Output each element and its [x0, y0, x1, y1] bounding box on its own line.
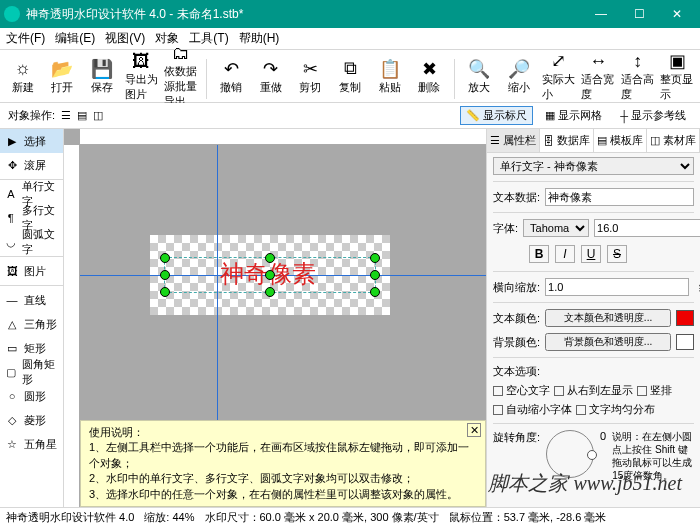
hint-box: ✕ 使用说明： 1、左侧工具栏中选择一个功能后，在画布区域按住鼠标左键拖动，即可…	[80, 420, 486, 507]
hscale-label: 横向缩放:	[493, 280, 540, 295]
menu-edit[interactable]: 编辑(E)	[55, 30, 95, 47]
toolbar-撤销[interactable]: ↶撤销	[215, 53, 249, 99]
menu-help[interactable]: 帮助(H)	[239, 30, 280, 47]
object-kind-select[interactable]: 单行文字 - 神奇像素	[493, 157, 694, 175]
tool-round-rect[interactable]: ▢圆角矩形	[0, 360, 63, 384]
layer-icon[interactable]: ▤	[77, 109, 87, 122]
right-panel: ☰属性栏 🗄数据库 ▤模板库 ◫素材库 单行文字 - 神奇像素 文本数据: 字体…	[486, 129, 700, 507]
object-ops-label: 对象操作:	[8, 108, 55, 123]
tool-image[interactable]: 🖼图片	[0, 259, 63, 283]
text-color-button[interactable]: 文本颜色和透明度...	[545, 309, 671, 327]
tool-star[interactable]: ☆五角星	[0, 432, 63, 456]
bold-button[interactable]: B	[529, 245, 549, 263]
handle-n[interactable]	[265, 253, 275, 263]
bg-color-swatch[interactable]	[676, 334, 694, 350]
handle-nw[interactable]	[160, 253, 170, 263]
font-size-input[interactable]	[594, 219, 700, 237]
tab-properties[interactable]: ☰属性栏	[487, 129, 540, 152]
chk-rtl[interactable]: 从右到左显示	[554, 383, 633, 398]
toolbar-保存[interactable]: 💾保存	[85, 53, 119, 99]
underline-button[interactable]: U	[581, 245, 601, 263]
font-select[interactable]: Tahoma	[523, 219, 589, 237]
window-title: 神奇透明水印设计软件 4.0 - 未命名1.stb*	[26, 6, 243, 23]
handle-ne[interactable]	[370, 253, 380, 263]
selection-box[interactable]	[164, 257, 376, 293]
rotation-dial[interactable]	[546, 430, 594, 478]
tool-scroll[interactable]: ✥滚屏	[0, 153, 63, 177]
tool-triangle[interactable]: △三角形	[0, 312, 63, 336]
tab-templates[interactable]: ▤模板库	[594, 129, 647, 152]
hint-line: 3、选择水印中的任意一个对象，在右侧的属性栏里可以调整该对象的属性。	[89, 487, 477, 502]
toolbar-导出为图片[interactable]: 🖼导出为图片	[125, 53, 159, 99]
toolbar-复制[interactable]: ⧉复制	[333, 53, 367, 99]
properties-body: 单行文字 - 神奇像素 文本数据: 字体:Tahoma B I U S 横向缩放…	[487, 153, 700, 507]
rotation-label: 旋转角度:	[493, 430, 540, 445]
text-color-swatch[interactable]	[676, 310, 694, 326]
rotation-help: 说明：在左侧小圆点上按住 Shift 键拖动鼠标可以生成15度倍数角。	[612, 430, 694, 482]
hint-close-button[interactable]: ✕	[467, 423, 481, 437]
status-zoom: 缩放: 44%	[144, 510, 194, 525]
option-bar: 对象操作: ☰ ▤ ◫ 📏显示标尺 ▦显示网格 ┼显示参考线	[0, 103, 700, 129]
horizontal-ruler	[80, 129, 486, 145]
toolbar-粘贴[interactable]: 📋粘贴	[373, 53, 407, 99]
close-button[interactable]: ✕	[658, 0, 696, 28]
strike-button[interactable]: S	[607, 245, 627, 263]
maximize-button[interactable]: ☐	[620, 0, 658, 28]
tool-circle[interactable]: ○圆形	[0, 384, 63, 408]
handle-c[interactable]	[265, 270, 275, 280]
left-toolbar: ▶选择 ✥滚屏 A单行文字 ¶多行文字 ◡圆弧文字 🖼图片 —直线 △三角形 ▭…	[0, 129, 64, 507]
panel-tabs: ☰属性栏 🗄数据库 ▤模板库 ◫素材库	[487, 129, 700, 153]
group-icon[interactable]: ◫	[93, 109, 103, 122]
toolbar-实际大小[interactable]: ⤢实际大小	[542, 53, 576, 99]
toolbar-整页显示[interactable]: ▣整页显示	[660, 53, 694, 99]
status-bar: 神奇透明水印设计软件 4.0 缩放: 44% 水印尺寸：60.0 毫米 x 20…	[0, 507, 700, 527]
chk-vertical[interactable]: 竖排	[637, 383, 672, 398]
toolbar-适合高度[interactable]: ↕适合高度	[621, 53, 655, 99]
toolbar-依数据源批量导出[interactable]: 🗂依数据源批量导出	[164, 53, 198, 99]
toolbar-缩小[interactable]: 🔎缩小	[502, 53, 536, 99]
handle-w[interactable]	[160, 270, 170, 280]
main-toolbar: ☼新建📂打开💾保存🖼导出为图片🗂依数据源批量导出↶撤销↷重做✂剪切⧉复制📋粘贴✖…	[0, 50, 700, 103]
toolbar-放大[interactable]: 🔍放大	[463, 53, 497, 99]
tool-diamond[interactable]: ◇菱形	[0, 408, 63, 432]
italic-button[interactable]: I	[555, 245, 575, 263]
tool-line[interactable]: —直线	[0, 288, 63, 312]
handle-e[interactable]	[370, 270, 380, 280]
hint-title: 使用说明：	[89, 425, 477, 440]
toolbar-剪切[interactable]: ✂剪切	[294, 53, 328, 99]
tool-arc-text[interactable]: ◡圆弧文字	[0, 230, 63, 254]
menu-tools[interactable]: 工具(T)	[189, 30, 228, 47]
toolbar-新建[interactable]: ☼新建	[6, 53, 40, 99]
hint-line: 2、水印中的单行文字、多行文字、圆弧文字对象均可以双击修改；	[89, 471, 477, 486]
chk-evenspace[interactable]: 文字均匀分布	[576, 402, 655, 417]
tab-assets[interactable]: ◫素材库	[647, 129, 700, 152]
menu-file[interactable]: 文件(F)	[6, 30, 45, 47]
text-data-input[interactable]	[545, 188, 694, 206]
toolbar-打开[interactable]: 📂打开	[46, 53, 80, 99]
handle-sw[interactable]	[160, 287, 170, 297]
bgcolor-label: 背景颜色:	[493, 335, 540, 350]
status-mouse: 鼠标位置：53.7 毫米, -28.6 毫米	[449, 510, 607, 525]
textdata-label: 文本数据:	[493, 190, 540, 205]
canvas[interactable]: 神奇像素 💡使用说明 ✕ 使用说明： 1、左侧工具栏中选择一个功能后，	[80, 145, 486, 507]
chk-autoshrink[interactable]: 自动缩小字体	[493, 402, 572, 417]
tab-database[interactable]: 🗄数据库	[540, 129, 593, 152]
align-icon[interactable]: ☰	[61, 109, 71, 122]
textopts-label: 文本选项:	[493, 364, 694, 379]
menu-view[interactable]: 视图(V)	[105, 30, 145, 47]
toggle-ruler[interactable]: 📏显示标尺	[460, 106, 533, 125]
minimize-button[interactable]: —	[582, 0, 620, 28]
toolbar-适合宽度[interactable]: ↔适合宽度	[581, 53, 615, 99]
handle-s[interactable]	[265, 287, 275, 297]
bg-color-button[interactable]: 背景颜色和透明度...	[545, 333, 671, 351]
toolbar-删除[interactable]: ✖删除	[412, 53, 446, 99]
hscale-input[interactable]	[545, 278, 689, 296]
handle-se[interactable]	[370, 287, 380, 297]
toggle-grid[interactable]: ▦显示网格	[539, 106, 608, 125]
chk-hollow[interactable]: 空心文字	[493, 383, 550, 398]
status-app: 神奇透明水印设计软件 4.0	[6, 510, 134, 525]
toolbar-重做[interactable]: ↷重做	[254, 53, 288, 99]
toggle-guides[interactable]: ┼显示参考线	[614, 106, 692, 125]
content-row: ▶选择 ✥滚屏 A单行文字 ¶多行文字 ◡圆弧文字 🖼图片 —直线 △三角形 ▭…	[0, 129, 700, 507]
tool-select[interactable]: ▶选择	[0, 129, 63, 153]
